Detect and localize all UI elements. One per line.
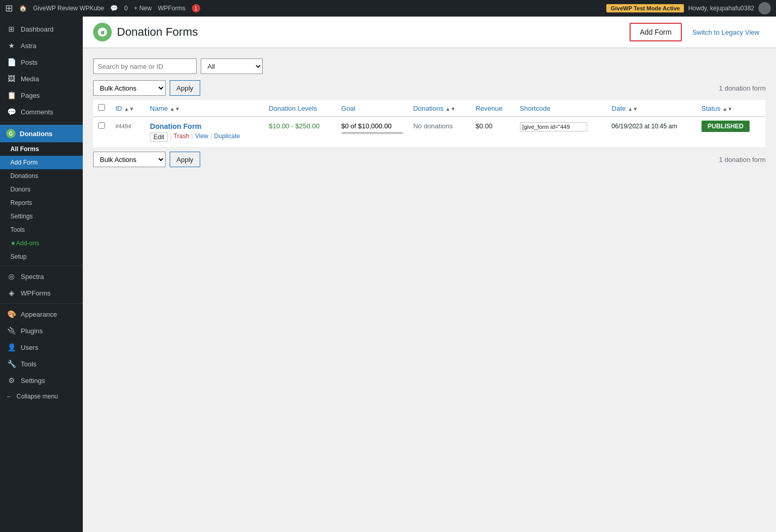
col-name-sort: ▲▼ [170, 106, 180, 112]
wpforms-sidebar-label: WPForms [21, 289, 51, 297]
comment-count: 0 [124, 5, 128, 12]
sidebar-item-reports[interactable]: Reports [0, 196, 83, 210]
give-logo [93, 23, 112, 41]
col-status-label: Status [702, 105, 721, 112]
row-checkbox[interactable] [98, 122, 105, 129]
sidebar-item-appearance[interactable]: 🎨 Appearance [0, 306, 83, 322]
col-goal[interactable]: Goal [336, 100, 408, 117]
bulk-actions-select-bottom[interactable]: Bulk Actions [93, 152, 166, 167]
status-filter-select[interactable]: All Published Draft Pending [201, 58, 263, 74]
collapse-menu-label: Collapse menu [17, 393, 58, 400]
col-shortcode[interactable]: Shortcode [515, 100, 607, 117]
row-donation-levels: $10.00 - $250.00 [269, 122, 320, 130]
sidebar-label-posts: Posts [21, 58, 38, 66]
col-name[interactable]: Name ▲▼ [145, 100, 264, 117]
users-icon: 👤 [6, 343, 17, 351]
sidebar-item-pages[interactable]: 📋 Pages [0, 87, 83, 104]
media-icon: 🖼 [6, 75, 17, 83]
col-revenue[interactable]: Revenue [470, 100, 514, 117]
view-link[interactable]: View [195, 132, 208, 142]
sidebar-item-all-forms[interactable]: All Forms [0, 142, 83, 156]
posts-icon: 📄 [6, 58, 17, 66]
search-input[interactable] [93, 58, 197, 74]
col-id-sort: ▲▼ [124, 106, 135, 112]
comment-icon[interactable]: 💬 [110, 5, 118, 12]
give-logo-small: G [6, 129, 16, 138]
page-title-wrap: Donation Forms [93, 23, 198, 41]
col-status[interactable]: Status ▲▼ [696, 100, 766, 117]
bulk-actions-select-top[interactable]: Bulk Actions [93, 80, 166, 96]
howdy-text: Howdy, kejupahafu0382 [688, 5, 754, 12]
row-date: 06/19/2023 at 10:45 am [611, 123, 677, 130]
users-label: Users [21, 344, 38, 351]
main-content: Donation Forms Add Form Switch to Legacy… [83, 17, 776, 532]
col-goal-label: Goal [341, 105, 355, 112]
sidebar-item-spectra[interactable]: ◎ Spectra [0, 268, 83, 285]
test-mode-badge: GiveWP Test Mode Active [606, 4, 684, 12]
wp-logo-icon[interactable]: ⊞ [5, 3, 13, 14]
sidebar-item-astra[interactable]: ★ Astra [0, 37, 83, 54]
goal-bar [341, 132, 403, 134]
sidebar-item-media[interactable]: 🖼 Media [0, 70, 83, 87]
page-header: Donation Forms Add Form Switch to Legacy… [83, 17, 776, 48]
site-name[interactable]: GiveWP Review WPKube [33, 5, 104, 12]
sidebar-item-add-ons[interactable]: ★ Add-ons [0, 237, 83, 250]
row-date-cell: 06/19/2023 at 10:45 am [606, 117, 696, 147]
col-dl-label: Donation Levels [269, 105, 317, 112]
row-name-cell: Donation Form Edit | Trash | View | Dupl… [145, 117, 264, 147]
col-donation-levels[interactable]: Donation Levels [264, 100, 336, 117]
table-header-row: ID ▲▼ Name ▲▼ Donation Levels Goal Don [93, 100, 766, 117]
form-name-link[interactable]: Donation Form [150, 122, 259, 130]
sep-1: | [170, 132, 171, 142]
table-row: #4494 Donation Form Edit | Trash | View … [93, 117, 766, 147]
collapse-icon: ← [6, 393, 12, 400]
col-date[interactable]: Date ▲▼ [606, 100, 696, 117]
layout: ⊞ Dashboard ★ Astra 📄 Posts 🖼 Media 📋 Pa… [0, 17, 776, 532]
plugins-label: Plugins [21, 327, 43, 335]
row-goal-text: $0 of $10,000.00 [341, 122, 392, 130]
sidebar-item-users[interactable]: 👤 Users [0, 339, 83, 356]
sidebar-item-settings-main[interactable]: ⚙ Settings [0, 372, 83, 389]
donors-label: Donors [10, 186, 31, 193]
col-id[interactable]: ID ▲▼ [110, 100, 145, 117]
edit-link[interactable]: Edit [150, 132, 168, 142]
apply-button-bottom[interactable]: Apply [170, 152, 200, 167]
shortcode-input[interactable] [520, 122, 587, 131]
duplicate-link[interactable]: Duplicate [214, 132, 240, 142]
select-all-checkbox[interactable] [98, 104, 105, 111]
sidebar-label-media: Media [21, 75, 39, 83]
sidebar-label-astra: Astra [21, 42, 36, 50]
apply-button-top[interactable]: Apply [170, 80, 200, 96]
col-donations[interactable]: Donations ▲▼ [408, 100, 471, 117]
wpforms-menu[interactable]: WPForms [158, 5, 185, 12]
site-home-icon: 🏠 [19, 5, 27, 12]
tools-sidebar-icon: 🔧 [6, 360, 17, 368]
sidebar-item-wpforms[interactable]: ◈ WPForms [0, 285, 83, 301]
row-shortcode-cell [515, 117, 607, 147]
sidebar-item-setup[interactable]: Setup [0, 250, 83, 263]
collapse-menu-btn[interactable]: ← Collapse menu [0, 389, 83, 404]
settings-label: Settings [21, 377, 45, 385]
sidebar-item-tools[interactable]: 🔧 Tools [0, 356, 83, 372]
header-actions: Add Form Switch to Legacy View [630, 23, 766, 41]
sidebar-label-dashboard: Dashboard [21, 25, 54, 33]
sidebar-item-plugins[interactable]: 🔌 Plugins [0, 322, 83, 339]
setup-label: Setup [10, 253, 26, 260]
sidebar-item-donations[interactable]: Donations [0, 169, 83, 183]
add-form-button[interactable]: Add Form [630, 23, 682, 41]
addons-star: ★ [10, 240, 16, 247]
row-id: #4494 [115, 123, 131, 129]
sidebar-item-donors[interactable]: Donors [0, 183, 83, 196]
trash-link[interactable]: Trash [174, 132, 189, 142]
sidebar-item-settings[interactable]: Settings [0, 210, 83, 223]
sidebar-item-comments[interactable]: 💬 Comments [0, 104, 83, 120]
astra-icon: ★ [6, 41, 17, 50]
sidebar-item-add-form[interactable]: Add Form [0, 156, 83, 169]
new-btn[interactable]: + New [134, 5, 152, 12]
sidebar-item-posts[interactable]: 📄 Posts [0, 54, 83, 70]
legacy-view-button[interactable]: Switch to Legacy View [686, 24, 766, 40]
spectra-icon: ◎ [6, 272, 17, 280]
sidebar-item-tools[interactable]: Tools [0, 223, 83, 237]
give-section-header[interactable]: G Donations [0, 125, 83, 142]
sidebar-item-dashboard[interactable]: ⊞ Dashboard [0, 21, 83, 37]
